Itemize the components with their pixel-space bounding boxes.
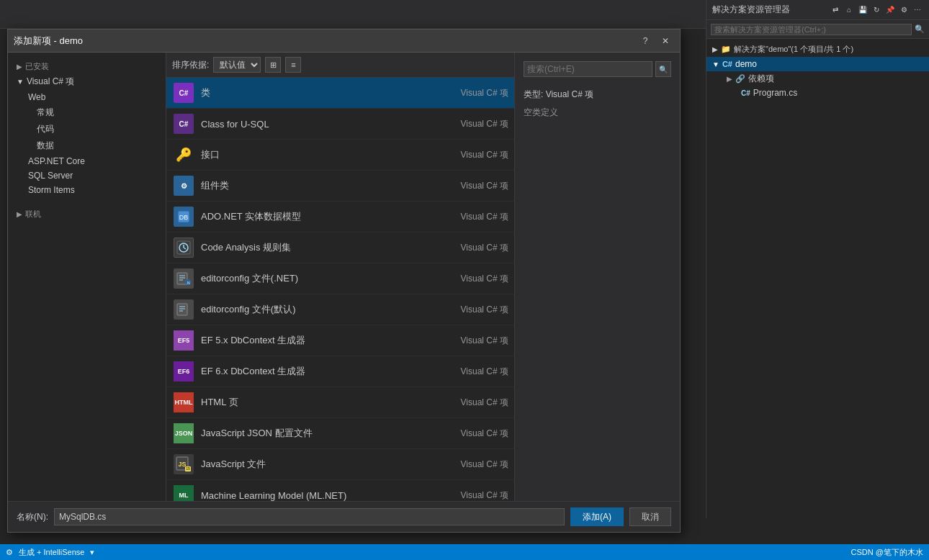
statusbar: ⚙ 生成 + IntelliSense ▾ CSDN @笔下的木水 <box>0 544 929 560</box>
add-button[interactable]: 添加(A) <box>570 507 624 526</box>
item-category-editorconfig-net: Visual C# 项 <box>451 273 508 285</box>
se-pin-btn[interactable]: 📌 <box>884 4 896 16</box>
se-gear-btn[interactable]: ⚙ <box>898 4 910 16</box>
se-sync-btn[interactable]: ⇄ <box>830 4 841 16</box>
item-category-class: Visual C# 项 <box>451 87 508 99</box>
item-category-ado: Visual C# 项 <box>451 211 508 223</box>
grid-view-btn[interactable]: ⊞ <box>265 57 281 73</box>
ado-icon: DB <box>172 205 195 228</box>
code-label: 代码 <box>37 124 54 134</box>
solution-label: 解决方案"demo"(1 个项目/共 1 个) <box>734 44 853 55</box>
cancel-button[interactable]: 取消 <box>629 507 671 526</box>
ml-icon: ML <box>172 484 195 501</box>
item-name-ef6: EF 6.x DbContext 生成器 <box>201 365 445 378</box>
left-code-item[interactable]: 代码 <box>8 121 166 137</box>
item-row-interface[interactable]: 🔑 接口 Visual C# 项 <box>166 140 514 171</box>
html-icon: HTML <box>172 391 195 414</box>
program-cs-row[interactable]: C# Program.cs <box>706 86 929 99</box>
dependencies-row[interactable]: ▶ 🔗 依赖项 <box>706 71 929 86</box>
solution-icon: 📁 <box>721 45 731 54</box>
se-more-btn[interactable]: ⋯ <box>912 4 923 16</box>
item-name-code-analysis: Code Analysis 规则集 <box>201 241 445 254</box>
item-name-component: 组件类 <box>201 179 445 192</box>
left-aspnet-item[interactable]: ASP.NET Core <box>8 154 166 168</box>
ef5-icon: EF5 <box>172 329 195 352</box>
se-save-btn[interactable]: 💾 <box>857 4 869 16</box>
svg-text:DB: DB <box>179 214 189 221</box>
search-input[interactable] <box>524 61 652 77</box>
left-sqlserver-item[interactable]: SQL Server <box>8 168 166 183</box>
item-row-json[interactable]: JSON JavaScript JSON 配置文件 Visual C# 项 <box>166 418 514 449</box>
js-icon: JS 15 <box>172 453 195 476</box>
item-row-ml[interactable]: ML Machine Learning Model (ML.NET) Visua… <box>166 480 514 501</box>
left-general-item[interactable]: 常规 <box>8 104 166 121</box>
item-row-editorconfig-default[interactable]: editorconfig 文件(默认) Visual C# 项 <box>166 294 514 325</box>
project-icon: C# <box>722 60 732 68</box>
left-data-item[interactable]: 数据 <box>8 137 166 154</box>
item-name-json: JavaScript JSON 配置文件 <box>201 427 445 440</box>
statusbar-dropdown-icon[interactable]: ▾ <box>90 548 94 557</box>
item-row-code-analysis[interactable]: Code Analysis 规则集 Visual C# 项 <box>166 232 514 263</box>
right-panel: 🔍 类型: Visual C# 项 空类定义 <box>514 53 680 501</box>
item-name-ado: ADO.NET 实体数据模型 <box>201 210 445 223</box>
item-category-ef5: Visual C# 项 <box>451 335 508 347</box>
item-row-ef6[interactable]: EF6 EF 6.x DbContext 生成器 Visual C# 项 <box>166 356 514 387</box>
project-caret: ▼ <box>712 60 719 68</box>
help-button[interactable]: ? <box>637 34 654 48</box>
se-home-btn[interactable]: ⌂ <box>843 4 855 16</box>
name-label: 名称(N): <box>17 511 48 523</box>
svg-text:15: 15 <box>186 466 190 471</box>
json-icon: JSON <box>172 422 195 445</box>
online-caret-icon: ▶ <box>17 210 22 218</box>
installed-caret-icon: ▶ <box>17 63 22 71</box>
item-name-ml: Machine Learning Model (ML.NET) <box>201 490 445 501</box>
item-row-js[interactable]: JS 15 JavaScript 文件 Visual C# 项 <box>166 449 514 480</box>
interface-icon: 🔑 <box>172 143 195 166</box>
data-label: 数据 <box>37 140 54 150</box>
project-name: demo <box>735 59 757 69</box>
item-name-class: 类 <box>201 86 445 99</box>
program-cs-icon: C# <box>741 89 750 97</box>
item-row-class[interactable]: C# 类 Visual C# 项 <box>166 78 514 109</box>
search-button[interactable]: 🔍 <box>655 61 671 77</box>
project-row[interactable]: ▼ C# demo <box>706 57 929 71</box>
sort-select[interactable]: 默认值 名称 类型 <box>213 57 261 73</box>
solution-explorer-search-icon[interactable]: 🔍 <box>915 24 925 34</box>
solution-row[interactable]: ▶ 📁 解决方案"demo"(1 个项目/共 1 个) <box>706 42 929 57</box>
svg-text:JS: JS <box>178 461 186 468</box>
visual-cs-caret-icon: ▼ <box>17 78 24 86</box>
se-refresh-btn[interactable]: ↻ <box>871 4 882 16</box>
item-category-interface: Visual C# 项 <box>451 149 508 161</box>
code-analysis-icon <box>172 236 195 259</box>
item-name-usql: Class for U-SQL <box>201 119 445 130</box>
sqlserver-label: SQL Server <box>28 171 73 181</box>
item-row-ado[interactable]: DB ADO.NET 实体数据模型 Visual C# 项 <box>166 202 514 232</box>
item-row-usql[interactable]: C# Class for U-SQL Visual C# 项 <box>166 109 514 140</box>
left-web-item[interactable]: Web <box>8 90 166 104</box>
solution-explorer-search-input[interactable] <box>711 24 912 35</box>
item-row-ef5[interactable]: EF5 EF 5.x DbContext 生成器 Visual C# 项 <box>166 325 514 356</box>
dialog-body: ▶ 已安装 ▼ Visual C# 项 Web 常规 代码 数据 ASP.NET… <box>8 53 680 501</box>
close-button[interactable]: ✕ <box>657 34 674 48</box>
item-name-ef5: EF 5.x DbContext 生成器 <box>201 334 445 347</box>
name-input[interactable] <box>54 508 565 525</box>
ide-toolbar <box>0 0 706 29</box>
dependencies-label: 依赖项 <box>748 73 774 85</box>
item-row-html[interactable]: HTML HTML 页 Visual C# 项 <box>166 387 514 418</box>
statusbar-icon: ⚙ <box>6 548 13 557</box>
item-list: C# 类 Visual C# 项 C# Class for U-SQL Visu… <box>166 78 514 501</box>
item-category-js: Visual C# 项 <box>451 459 508 471</box>
info-desc-label: 空类定义 <box>524 107 671 119</box>
solution-explorer-search-bar: 🔍 <box>706 20 929 39</box>
item-row-component[interactable]: ⚙ 组件类 Visual C# 项 <box>166 171 514 202</box>
visual-cs-item-header[interactable]: ▼ Visual C# 项 <box>8 73 166 90</box>
statusbar-right: CSDN @笔下的木水 <box>851 547 923 558</box>
statusbar-build-label: 生成 + IntelliSense <box>19 547 84 558</box>
se-tree: ▶ 📁 解决方案"demo"(1 个项目/共 1 个) ▼ C# demo ▶ … <box>706 39 929 102</box>
item-row-editorconfig-net[interactable]: .N editorconfig 文件(.NET) Visual C# 项 <box>166 263 514 294</box>
left-storm-item[interactable]: Storm Items <box>8 183 166 197</box>
storm-label: Storm Items <box>28 185 75 195</box>
list-view-btn[interactable]: ≡ <box>285 57 301 73</box>
online-label[interactable]: ▶ 联机 <box>8 206 166 221</box>
dialog-title: 添加新项 - demo <box>14 35 83 48</box>
